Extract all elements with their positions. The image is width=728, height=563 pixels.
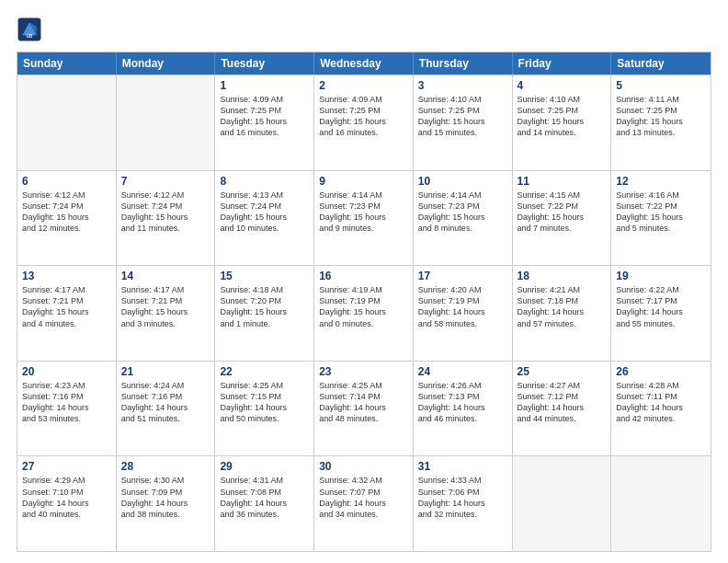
calendar-cell: 24Sunrise: 4:26 AM Sunset: 7:13 PM Dayli…: [414, 362, 513, 456]
calendar-cell: 22Sunrise: 4:25 AM Sunset: 7:15 PM Dayli…: [215, 362, 314, 456]
cell-info: Sunrise: 4:22 AM Sunset: 7:17 PM Dayligh…: [616, 284, 706, 329]
cell-info: Sunrise: 4:15 AM Sunset: 7:22 PM Dayligh…: [518, 190, 607, 235]
cell-info: Sunrise: 4:31 AM Sunset: 7:08 PM Dayligh…: [220, 475, 309, 520]
calendar-cell: [513, 456, 612, 551]
cell-info: Sunrise: 4:18 AM Sunset: 7:20 PM Dayligh…: [220, 284, 309, 329]
day-number: 18: [518, 270, 607, 282]
header-day-monday: Monday: [117, 52, 216, 75]
day-number: 22: [220, 365, 309, 378]
day-number: 30: [319, 460, 408, 473]
calendar-row-0: 1Sunrise: 4:09 AM Sunset: 7:25 PM Daylig…: [17, 75, 711, 170]
calendar-cell: 3Sunrise: 4:10 AM Sunset: 7:25 PM Daylig…: [414, 75, 513, 170]
cell-info: Sunrise: 4:32 AM Sunset: 7:07 PM Dayligh…: [319, 475, 408, 520]
logo: GB: [17, 17, 46, 42]
calendar-cell: 23Sunrise: 4:25 AM Sunset: 7:14 PM Dayli…: [314, 362, 414, 456]
cell-info: Sunrise: 4:26 AM Sunset: 7:13 PM Dayligh…: [418, 380, 507, 425]
calendar-header: SundayMondayTuesdayWednesdayThursdayFrid…: [17, 52, 711, 75]
cell-info: Sunrise: 4:12 AM Sunset: 7:24 PM Dayligh…: [121, 190, 210, 235]
day-number: 11: [518, 175, 607, 188]
calendar-cell: 26Sunrise: 4:28 AM Sunset: 7:11 PM Dayli…: [611, 362, 711, 456]
day-number: 16: [319, 270, 408, 282]
cell-info: Sunrise: 4:29 AM Sunset: 7:10 PM Dayligh…: [22, 475, 111, 520]
calendar-cell: 29Sunrise: 4:31 AM Sunset: 7:08 PM Dayli…: [215, 456, 314, 551]
calendar-cell: 15Sunrise: 4:18 AM Sunset: 7:20 PM Dayli…: [215, 266, 314, 361]
cell-info: Sunrise: 4:16 AM Sunset: 7:22 PM Dayligh…: [616, 190, 706, 235]
cell-info: Sunrise: 4:25 AM Sunset: 7:15 PM Dayligh…: [220, 380, 309, 425]
calendar-cell: 4Sunrise: 4:10 AM Sunset: 7:25 PM Daylig…: [513, 75, 612, 170]
day-number: 15: [220, 270, 309, 282]
cell-info: Sunrise: 4:25 AM Sunset: 7:14 PM Dayligh…: [319, 380, 408, 425]
calendar-cell: 13Sunrise: 4:17 AM Sunset: 7:21 PM Dayli…: [17, 266, 117, 361]
day-number: 21: [121, 365, 210, 378]
calendar-cell: 9Sunrise: 4:14 AM Sunset: 7:23 PM Daylig…: [314, 171, 414, 266]
day-number: 25: [518, 365, 607, 378]
calendar-cell: 25Sunrise: 4:27 AM Sunset: 7:12 PM Dayli…: [513, 362, 612, 456]
cell-info: Sunrise: 4:17 AM Sunset: 7:21 PM Dayligh…: [22, 284, 111, 329]
cell-info: Sunrise: 4:23 AM Sunset: 7:16 PM Dayligh…: [22, 380, 111, 425]
header: GB: [17, 17, 711, 42]
page: GB SundayMondayTuesdayWednesdayThursdayF…: [0, 0, 728, 563]
calendar-cell: [17, 75, 117, 170]
calendar-row-1: 6Sunrise: 4:12 AM Sunset: 7:24 PM Daylig…: [17, 170, 711, 266]
cell-info: Sunrise: 4:14 AM Sunset: 7:23 PM Dayligh…: [319, 190, 408, 235]
calendar-cell: 19Sunrise: 4:22 AM Sunset: 7:17 PM Dayli…: [611, 266, 711, 361]
calendar-cell: 11Sunrise: 4:15 AM Sunset: 7:22 PM Dayli…: [513, 171, 612, 266]
day-number: 26: [616, 365, 706, 378]
cell-info: Sunrise: 4:10 AM Sunset: 7:25 PM Dayligh…: [418, 94, 507, 139]
calendar-body: 1Sunrise: 4:09 AM Sunset: 7:25 PM Daylig…: [17, 75, 711, 551]
calendar-cell: 12Sunrise: 4:16 AM Sunset: 7:22 PM Dayli…: [611, 171, 711, 266]
day-number: 28: [121, 460, 210, 473]
logo-icon: GB: [17, 17, 42, 42]
cell-info: Sunrise: 4:24 AM Sunset: 7:16 PM Dayligh…: [121, 380, 210, 425]
day-number: 13: [22, 270, 111, 282]
cell-info: Sunrise: 4:30 AM Sunset: 7:09 PM Dayligh…: [121, 475, 210, 520]
day-number: 14: [121, 270, 210, 282]
cell-info: Sunrise: 4:13 AM Sunset: 7:24 PM Dayligh…: [220, 190, 309, 235]
calendar-cell: 17Sunrise: 4:20 AM Sunset: 7:19 PM Dayli…: [414, 266, 513, 361]
calendar-cell: [117, 75, 216, 170]
cell-info: Sunrise: 4:10 AM Sunset: 7:25 PM Dayligh…: [518, 94, 607, 139]
calendar-cell: 18Sunrise: 4:21 AM Sunset: 7:18 PM Dayli…: [513, 266, 612, 361]
header-day-sunday: Sunday: [17, 52, 117, 75]
day-number: 23: [319, 365, 408, 378]
header-day-wednesday: Wednesday: [314, 52, 414, 75]
calendar-cell: 31Sunrise: 4:33 AM Sunset: 7:06 PM Dayli…: [414, 456, 513, 551]
cell-info: Sunrise: 4:27 AM Sunset: 7:12 PM Dayligh…: [518, 380, 607, 425]
calendar-cell: 10Sunrise: 4:14 AM Sunset: 7:23 PM Dayli…: [414, 171, 513, 266]
cell-info: Sunrise: 4:14 AM Sunset: 7:23 PM Dayligh…: [418, 190, 507, 235]
day-number: 7: [121, 175, 210, 188]
day-number: 2: [319, 79, 408, 92]
day-number: 20: [22, 365, 111, 378]
calendar-cell: 8Sunrise: 4:13 AM Sunset: 7:24 PM Daylig…: [215, 171, 314, 266]
calendar-cell: 30Sunrise: 4:32 AM Sunset: 7:07 PM Dayli…: [314, 456, 414, 551]
calendar-row-3: 20Sunrise: 4:23 AM Sunset: 7:16 PM Dayli…: [17, 361, 711, 456]
day-number: 6: [22, 175, 111, 188]
day-number: 19: [616, 270, 706, 282]
day-number: 12: [616, 175, 706, 188]
day-number: 3: [418, 79, 507, 92]
calendar-cell: 27Sunrise: 4:29 AM Sunset: 7:10 PM Dayli…: [17, 456, 117, 551]
cell-info: Sunrise: 4:19 AM Sunset: 7:19 PM Dayligh…: [319, 284, 408, 329]
cell-info: Sunrise: 4:11 AM Sunset: 7:25 PM Dayligh…: [616, 94, 706, 139]
day-number: 31: [418, 460, 507, 473]
header-day-friday: Friday: [513, 52, 612, 75]
day-number: 17: [418, 270, 507, 282]
day-number: 8: [220, 175, 309, 188]
cell-info: Sunrise: 4:17 AM Sunset: 7:21 PM Dayligh…: [121, 284, 210, 329]
day-number: 10: [418, 175, 507, 188]
header-day-thursday: Thursday: [414, 52, 513, 75]
day-number: 1: [220, 79, 309, 92]
calendar-cell: 6Sunrise: 4:12 AM Sunset: 7:24 PM Daylig…: [17, 171, 117, 266]
svg-text:GB: GB: [27, 34, 34, 39]
cell-info: Sunrise: 4:21 AM Sunset: 7:18 PM Dayligh…: [518, 284, 607, 329]
calendar-cell: 16Sunrise: 4:19 AM Sunset: 7:19 PM Dayli…: [314, 266, 414, 361]
calendar-cell: [611, 456, 711, 551]
calendar-cell: 5Sunrise: 4:11 AM Sunset: 7:25 PM Daylig…: [611, 75, 711, 170]
calendar-cell: 1Sunrise: 4:09 AM Sunset: 7:25 PM Daylig…: [215, 75, 314, 170]
day-number: 24: [418, 365, 507, 378]
calendar-cell: 7Sunrise: 4:12 AM Sunset: 7:24 PM Daylig…: [117, 171, 216, 266]
calendar-cell: 28Sunrise: 4:30 AM Sunset: 7:09 PM Dayli…: [117, 456, 216, 551]
header-day-saturday: Saturday: [611, 52, 711, 75]
day-number: 9: [319, 175, 408, 188]
cell-info: Sunrise: 4:33 AM Sunset: 7:06 PM Dayligh…: [418, 475, 507, 520]
